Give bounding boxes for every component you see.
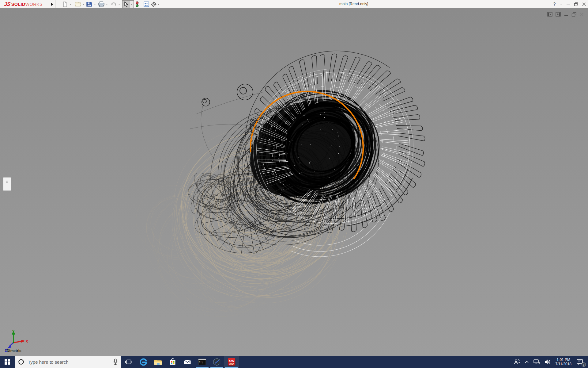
open-folder-icon [74,1,81,7]
rebuild-stoplight-button[interactable] [135,1,139,8]
minimize-button[interactable] [564,0,572,8]
windows-logo-icon [5,359,10,365]
right-arrow-icon [51,3,53,6]
select-tool-button[interactable] [122,0,134,8]
network-button[interactable] [531,356,542,368]
clock-time: 1:01 PM [556,358,572,362]
close-icon [582,2,586,6]
document-window-controls [547,12,584,17]
speaker-icon [544,359,551,365]
taskbar-file-explorer[interactable] [151,356,165,368]
new-document-dropdown[interactable] [70,1,72,8]
microsoft-store-icon [169,358,176,366]
taskbar-hexagon-app[interactable] [209,356,224,368]
dropdown-caret-icon [158,4,160,5]
triad-x-label: X [26,339,28,343]
solidworks-app-icon: SW 2017 [228,358,236,366]
graphics-area[interactable]: Y X Z *Dimetric [0,8,588,356]
dropdown-caret-icon [118,4,120,5]
volume-button[interactable] [542,356,553,368]
file-properties-button[interactable] [143,1,149,8]
window-title: main [Read-only] [339,0,368,8]
taskbar-store[interactable] [165,356,180,368]
dropdown-caret-icon [131,4,133,5]
dropdown-caret-icon [94,4,96,5]
tray-overflow-button[interactable] [522,356,531,368]
rebuild-stoplight-icon [135,1,139,8]
options-button[interactable] [151,1,157,8]
printer-icon [98,1,105,7]
print-button[interactable] [98,1,105,8]
triad-y-label: Y [12,330,15,333]
action-center-button[interactable]: 3 [574,356,586,368]
undo-button[interactable] [110,1,117,8]
windows-taskbar: C:\ SW 2017 [0,356,588,368]
minimize-icon [567,2,570,6]
file-properties-icon [143,1,149,7]
select-dropdown[interactable] [130,1,134,8]
help-button[interactable]: ? [553,0,556,8]
notification-badge: 3 [582,362,586,367]
toolbar-separator [49,0,49,8]
taskbar-solidworks[interactable]: SW 2017 [224,356,239,368]
view-orientation-label: *Dimetric [5,349,21,353]
system-tray: 1:01 PM 7/11/2018 3 [511,356,588,368]
taskbar-clock[interactable]: 1:01 PM 7/11/2018 [553,358,574,366]
save-button[interactable] [86,1,92,8]
undo-arrow-icon [110,1,117,7]
microphone-icon[interactable] [113,358,118,365]
save-dropdown[interactable] [94,1,96,8]
restore-icon [574,2,578,6]
taskbar-search[interactable] [15,356,121,368]
doc-restore-icon[interactable] [571,12,577,17]
restore-button[interactable] [572,0,580,8]
options-dropdown[interactable] [158,1,160,8]
select-cursor-icon [123,1,130,8]
taskbar-task-view[interactable] [121,356,136,368]
hexagon-app-icon [213,358,221,366]
save-floppy-icon [86,1,92,7]
chevron-up-icon [525,360,529,363]
dropdown-caret-icon [560,4,562,5]
cortana-icon [18,359,24,365]
toolbar-separator [55,0,55,8]
panel-tab-dot-icon [6,181,8,183]
taskbar-mail[interactable] [180,356,195,368]
dropdown-caret-icon [82,4,84,5]
new-document-icon [62,1,68,7]
close-button[interactable] [580,0,588,8]
solidworks-logo: 3S SOLID WORKS [4,0,43,8]
title-bar: 3S SOLID WORKS [0,0,588,8]
cad-model-wireframe[interactable] [0,8,588,356]
edge-browser-icon [139,358,147,366]
taskbar-edge[interactable] [136,356,151,368]
new-document-button[interactable] [62,1,68,8]
undo-dropdown[interactable] [118,1,120,8]
open-dropdown[interactable] [82,1,84,8]
file-explorer-icon [154,358,162,365]
brand-works: WORKS [25,2,43,7]
doc-minimize-icon[interactable] [564,12,569,17]
open-button[interactable] [74,1,81,8]
doc-close-icon[interactable] [579,12,584,17]
print-dropdown[interactable] [106,1,108,8]
show-right-pane-icon[interactable] [556,12,561,17]
people-button[interactable] [511,356,522,368]
taskbar-command-prompt[interactable]: C:\ [195,356,209,368]
command-prompt-icon: C:\ [198,358,206,366]
clock-date: 7/11/2018 [556,362,572,366]
search-input[interactable] [27,359,110,365]
show-left-pane-icon[interactable] [547,12,553,17]
dropdown-caret-icon [106,4,108,5]
task-view-icon [125,358,132,365]
sw-year: 2017 [229,363,234,365]
collapsed-panel-tab[interactable] [3,177,11,191]
cmd-prompt-text: C:\ [199,361,203,363]
toolbar-flyout-button[interactable] [50,1,54,7]
options-gear-icon [151,1,157,7]
network-icon [533,359,540,365]
help-dropdown[interactable] [560,4,562,5]
start-button[interactable] [0,356,15,368]
dassault-3ds-logo-icon: 3S [4,1,11,7]
mail-icon [183,358,191,365]
